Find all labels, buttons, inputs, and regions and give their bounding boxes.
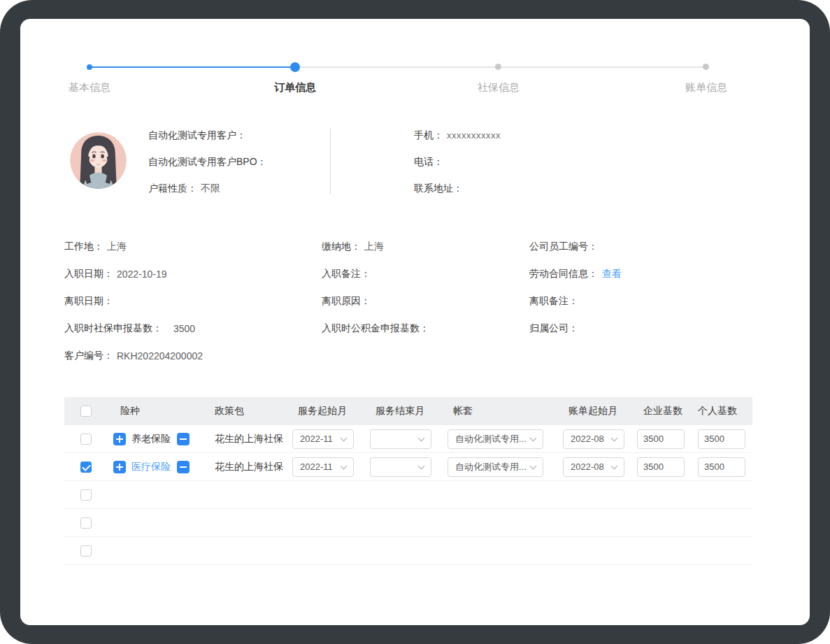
step-label-basic-info[interactable]: 基本信息: [34, 80, 145, 94]
account-set-select[interactable]: 自动化测试专用...: [448, 429, 543, 449]
step-label-bill-info[interactable]: 账单信息: [650, 80, 762, 94]
table-row-medical: 医疗保险 花生的上海社保 2022-11 自动化测试专用... 2022-08: [64, 453, 752, 481]
customer-info-right: 手机：xxxxxxxxxxx 电话： 联系地址：: [414, 128, 501, 208]
insurance-name-link[interactable]: 医疗保险: [131, 461, 171, 473]
select-all-checkbox[interactable]: [80, 406, 92, 417]
order-details: 工作地：上海 缴纳地：上海 公司员工编号： 入职日期：2022-10-19 入职…: [64, 233, 766, 369]
step-dot-order-info[interactable]: [290, 62, 300, 72]
row-checkbox[interactable]: [80, 545, 92, 557]
insurance-table: 险种 政策包 服务起始月 服务结束月 帐套 账单起始月 企业基数 个人基数 养老…: [64, 397, 752, 565]
stepper-progress: [90, 66, 295, 68]
row-checkbox[interactable]: [80, 489, 92, 501]
add-insurance-button[interactable]: [113, 433, 126, 445]
field-leave-date: 离职日期：: [64, 287, 322, 315]
customer-info-left: 自动化测试专用客户： 自动化测试专用客户BPO： 户籍性质：不限: [148, 128, 271, 208]
remove-insurance-button[interactable]: [177, 461, 189, 473]
table-row-empty: [64, 509, 752, 537]
field-company-employee-id: 公司员工编号：: [529, 233, 766, 260]
chevron-down-icon: [418, 434, 425, 441]
field-payment-location: 缴纳地：上海: [322, 233, 529, 260]
field-household-type: 户籍性质：不限: [148, 181, 271, 208]
chevron-down-icon: [341, 434, 348, 441]
field-customer-name: 自动化测试专用客户：: [148, 128, 271, 155]
step-label-social-insurance-info[interactable]: 社保信息: [443, 80, 554, 94]
row-checkbox[interactable]: [80, 434, 92, 445]
view-contract-link[interactable]: 查看: [602, 268, 622, 280]
header-service-end: 服务结束月: [370, 405, 448, 417]
company-base-input[interactable]: [637, 457, 685, 477]
field-leave-note: 离职备注：: [529, 287, 766, 315]
header-bill-start: 账单起始月: [563, 405, 637, 417]
field-entry-note: 入职备注：: [322, 260, 529, 287]
vertical-divider: [330, 129, 331, 194]
account-set-select[interactable]: 自动化测试专用...: [448, 457, 543, 477]
header-policy: 政策包: [215, 405, 292, 417]
table-row-pension: 养老保险 花生的上海社保 2022-11 自动化测试专用... 2022-08: [64, 425, 752, 453]
field-labor-contract: 劳动合同信息：查看: [529, 260, 766, 287]
personal-base-input[interactable]: [698, 457, 745, 477]
field-mobile: 手机：xxxxxxxxxxx: [414, 128, 501, 155]
chevron-down-icon: [611, 462, 618, 469]
policy-package: 花生的上海社保: [215, 433, 283, 444]
field-entry-social-base: 入职时社保申报基数：3500: [64, 315, 322, 342]
chevron-down-icon: [611, 434, 618, 441]
field-customer-bpo: 自动化测试专用客户BPO：: [148, 155, 271, 181]
field-work-location: 工作地：上海: [64, 233, 322, 260]
header-account-set: 帐套: [448, 405, 563, 417]
bill-start-select[interactable]: 2022-08: [563, 457, 624, 477]
field-phone: 电话：: [414, 155, 501, 181]
add-insurance-button[interactable]: [113, 461, 126, 473]
chevron-down-icon: [530, 462, 537, 469]
field-owning-company: 归属公司：: [529, 315, 766, 342]
service-end-select[interactable]: [370, 457, 431, 477]
header-company-base: 企业基数: [637, 405, 696, 417]
table-row-empty: [64, 537, 752, 565]
field-entry-date: 入职日期：2022-10-19: [64, 260, 322, 287]
header-insurance: 险种: [112, 405, 215, 417]
field-contact-address: 联系地址：: [414, 181, 501, 208]
step-label-order-info[interactable]: 订单信息: [239, 80, 351, 94]
service-start-select[interactable]: 2022-11: [292, 429, 354, 449]
avatar: [70, 132, 127, 189]
bill-start-select[interactable]: 2022-08: [563, 429, 624, 449]
policy-package: 花生的上海社保: [215, 461, 283, 472]
content-card: 基本信息 订单信息 社保信息 账单信息: [20, 19, 810, 625]
header-service-start: 服务起始月: [292, 405, 370, 417]
table-header: 险种 政策包 服务起始月 服务结束月 帐套 账单起始月 企业基数 个人基数: [64, 397, 752, 425]
chevron-down-icon: [418, 462, 425, 469]
company-base-input[interactable]: [637, 429, 685, 449]
chevron-down-icon: [341, 462, 348, 469]
step-dot-bill-info[interactable]: [703, 64, 709, 70]
field-entry-fund-base: 入职时公积金申报基数：: [322, 315, 529, 342]
row-checkbox[interactable]: [80, 517, 92, 529]
chevron-down-icon: [530, 434, 537, 441]
field-leave-reason: 离职原因：: [322, 287, 529, 315]
insurance-name: 养老保险: [131, 433, 171, 445]
field-customer-id: 客户编号：RKH202204200002: [64, 342, 322, 369]
step-dot-social-insurance-info[interactable]: [495, 64, 501, 70]
service-end-select[interactable]: [370, 429, 431, 449]
personal-base-input[interactable]: [698, 429, 745, 449]
remove-insurance-button[interactable]: [177, 433, 189, 445]
service-start-select[interactable]: 2022-11: [292, 457, 354, 477]
header-personal-base: 个人基数: [696, 405, 752, 417]
table-row-empty: [64, 481, 752, 509]
row-checkbox[interactable]: [80, 461, 92, 473]
step-dot-basic-info[interactable]: [87, 64, 92, 70]
